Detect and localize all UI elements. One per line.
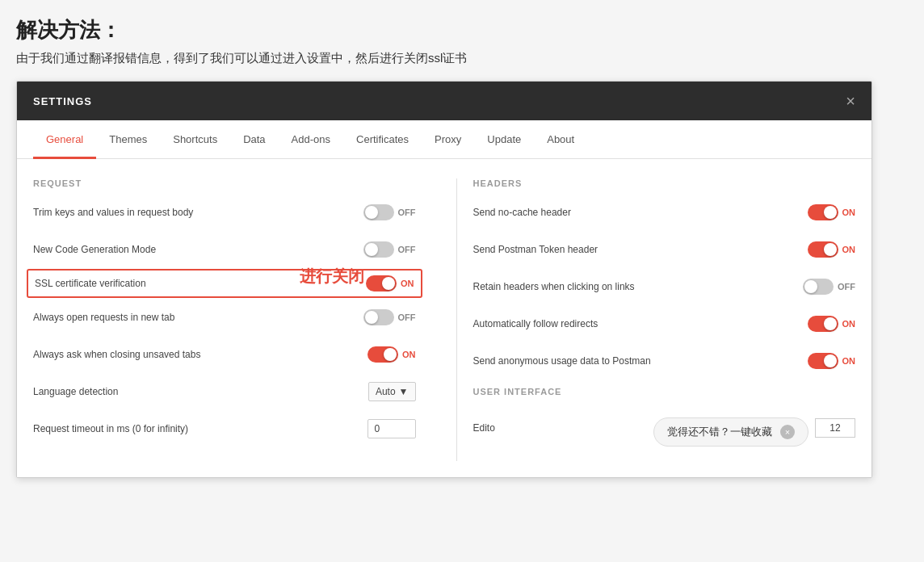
ssl-cert-track[interactable]: [366, 275, 397, 291]
toast-text: 觉得还不错？一键收藏: [667, 425, 772, 439]
page-title: 解决方法：: [16, 16, 908, 44]
toast-bar: 觉得还不错？一键收藏 ×: [653, 417, 808, 447]
request-timeout-input[interactable]: [368, 419, 416, 438]
auto-follow-redirects-track[interactable]: [808, 316, 838, 332]
editor-row: Edito 觉得还不错？一键收藏 ×: [473, 409, 856, 447]
ui-section-title: USER INTERFACE: [473, 387, 856, 396]
send-postman-token-track[interactable]: [808, 241, 838, 258]
page-subtitle: 由于我们通过翻译报错信息，得到了我们可以通过进入设置中，然后进行关闭ssl证书: [16, 51, 908, 66]
new-code-gen-thumb: [365, 243, 378, 256]
trim-keys-state: OFF: [398, 208, 416, 217]
auto-follow-redirects-toggle[interactable]: ON: [808, 316, 856, 332]
always-new-tab-row: Always open requests in new tab OFF: [33, 306, 416, 329]
new-code-gen-row: New Code Generation Mode OFF: [33, 238, 416, 261]
page-wrapper: 解决方法： 由于我们通过翻译报错信息，得到了我们可以通过进入设置中，然后进行关闭…: [16, 16, 908, 478]
retain-headers-state: OFF: [838, 282, 855, 291]
send-anon-thumb: [824, 354, 837, 367]
send-postman-token-thumb: [824, 243, 837, 256]
auto-follow-redirects-thumb: [824, 317, 837, 330]
tab-proxy[interactable]: Proxy: [422, 120, 474, 159]
settings-body: REQUEST Trim keys and values in request …: [17, 159, 872, 477]
request-section-title: REQUEST: [33, 178, 416, 188]
always-ask-closing-thumb: [384, 348, 397, 361]
ssl-cert-row: SSL certificate verification ON: [27, 269, 422, 298]
tab-shortcuts[interactable]: Shortcuts: [160, 120, 230, 159]
always-new-tab-label: Always open requests in new tab: [33, 312, 363, 323]
headers-section-title: HEADERS: [473, 178, 856, 188]
always-new-tab-track[interactable]: [363, 309, 394, 325]
new-code-gen-state: OFF: [398, 245, 416, 254]
tabs-bar: General Themes Shortcuts Data Add-ons Ce…: [17, 120, 872, 159]
ssl-cert-state: ON: [401, 279, 414, 288]
request-timeout-label: Request timeout in ms (0 for infinity): [33, 423, 368, 434]
retain-headers-row: Retain headers when clicking on links OF…: [473, 275, 856, 298]
send-anon-row: Send anonymous usage data to Postman ON: [473, 350, 856, 372]
always-new-tab-thumb: [365, 311, 378, 324]
left-column: REQUEST Trim keys and values in request …: [33, 178, 440, 461]
column-divider: [456, 178, 457, 461]
always-ask-closing-row: Always ask when closing unsaved tabs ON: [33, 343, 416, 366]
modal-title: SETTINGS: [33, 95, 92, 107]
always-new-tab-toggle[interactable]: OFF: [363, 309, 416, 325]
send-postman-token-row: Send Postman Token header ON: [473, 238, 856, 261]
tab-certificates[interactable]: Certificates: [343, 120, 422, 159]
send-postman-token-label: Send Postman Token header: [473, 244, 808, 255]
editor-font-size-input[interactable]: [815, 418, 855, 438]
chevron-down-icon: ▼: [399, 386, 409, 397]
send-no-cache-row: Send no-cache header ON: [473, 201, 856, 224]
tab-addons[interactable]: Add-ons: [279, 120, 343, 159]
editor-label: Edito: [473, 422, 654, 434]
send-no-cache-toggle[interactable]: ON: [808, 204, 856, 220]
always-ask-closing-track[interactable]: [368, 346, 398, 363]
tab-update[interactable]: Update: [474, 120, 534, 159]
tab-general[interactable]: General: [33, 120, 96, 159]
retain-headers-thumb: [804, 280, 817, 293]
auto-follow-redirects-state: ON: [842, 319, 856, 329]
ssl-cert-toggle[interactable]: ON: [366, 275, 414, 291]
always-new-tab-state: OFF: [398, 312, 416, 322]
send-anon-label: Send anonymous usage data to Postman: [473, 355, 808, 367]
ssl-cert-thumb: [382, 277, 395, 290]
retain-headers-track[interactable]: [803, 279, 834, 295]
send-anon-toggle[interactable]: ON: [808, 353, 856, 369]
auto-follow-redirects-label: Automatically follow redirects: [473, 318, 808, 329]
tab-data[interactable]: Data: [230, 120, 278, 159]
new-code-gen-toggle[interactable]: OFF: [363, 241, 416, 258]
send-no-cache-thumb: [824, 206, 837, 219]
modal-close-button[interactable]: ×: [846, 93, 855, 109]
send-postman-token-toggle[interactable]: ON: [808, 241, 856, 258]
language-select-value: Auto: [376, 386, 396, 397]
trim-keys-thumb: [365, 206, 378, 219]
always-ask-closing-state: ON: [402, 350, 416, 359]
send-no-cache-track[interactable]: [808, 204, 838, 220]
always-ask-closing-label: Always ask when closing unsaved tabs: [33, 349, 368, 360]
language-detection-select[interactable]: Auto ▼: [368, 382, 416, 401]
always-ask-closing-toggle[interactable]: ON: [368, 346, 416, 363]
tab-themes[interactable]: Themes: [96, 120, 160, 159]
retain-headers-label: Retain headers when clicking on links: [473, 281, 804, 292]
trim-keys-toggle[interactable]: OFF: [363, 204, 416, 220]
send-no-cache-label: Send no-cache header: [473, 207, 808, 218]
tab-about[interactable]: About: [534, 120, 587, 159]
trim-keys-track[interactable]: [363, 204, 394, 220]
page-header: 解决方法： 由于我们通过翻译报错信息，得到了我们可以通过进入设置中，然后进行关闭…: [16, 16, 908, 66]
right-column: HEADERS Send no-cache header ON Send Pos…: [473, 178, 856, 461]
send-no-cache-state: ON: [842, 208, 856, 217]
auto-follow-redirects-row: Automatically follow redirects ON: [473, 312, 856, 335]
new-code-gen-track[interactable]: [363, 241, 394, 258]
trim-keys-row: Trim keys and values in request body OFF: [33, 201, 416, 224]
request-timeout-row: Request timeout in ms (0 for infinity): [33, 417, 416, 440]
language-detection-label: Language detection: [33, 386, 368, 397]
retain-headers-toggle[interactable]: OFF: [803, 279, 855, 295]
settings-modal: SETTINGS × General Themes Shortcuts Data…: [16, 81, 872, 478]
language-detection-row: Language detection Auto ▼: [33, 380, 416, 403]
ssl-cert-label: SSL certificate verification: [35, 278, 366, 289]
send-postman-token-state: ON: [842, 245, 856, 254]
send-anon-track[interactable]: [808, 353, 838, 369]
toast-close-button[interactable]: ×: [780, 425, 795, 439]
new-code-gen-label: New Code Generation Mode: [33, 244, 363, 255]
send-anon-state: ON: [842, 356, 856, 366]
modal-header: SETTINGS ×: [17, 82, 872, 120]
trim-keys-label: Trim keys and values in request body: [33, 207, 363, 218]
